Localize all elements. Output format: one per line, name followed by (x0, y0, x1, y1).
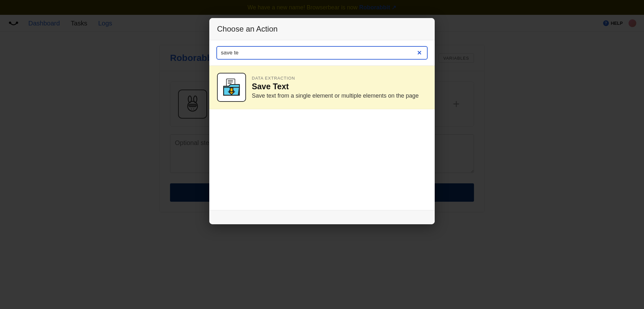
results-list: DATA EXTRACTION Save Text Save text from… (209, 66, 435, 210)
result-description: Save text from a single element or multi… (252, 92, 419, 99)
action-search-input[interactable] (221, 50, 416, 56)
result-title: Save Text (252, 82, 419, 91)
folder-download-icon (217, 73, 246, 102)
modal-title: Choose an Action (209, 18, 435, 40)
result-category: DATA EXTRACTION (252, 76, 419, 81)
modal-footer (209, 210, 435, 224)
action-search-box: ✕ (216, 46, 428, 60)
choose-action-modal: Choose an Action ✕ (209, 18, 435, 224)
modal-overlay[interactable]: Choose an Action ✕ (0, 0, 644, 309)
result-save-text[interactable]: DATA EXTRACTION Save Text Save text from… (209, 66, 435, 109)
clear-search-icon[interactable]: ✕ (416, 49, 423, 56)
svg-rect-12 (230, 88, 233, 92)
